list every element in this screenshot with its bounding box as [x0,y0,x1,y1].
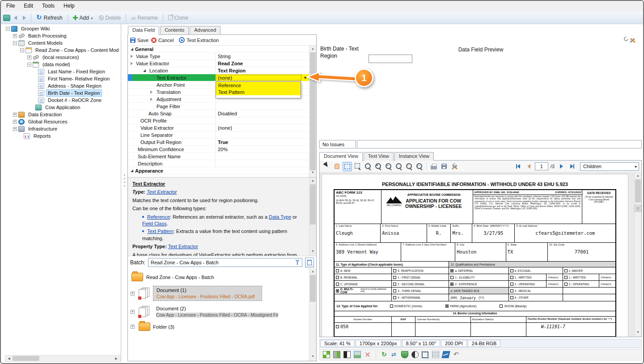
collapse-icon[interactable] [131,48,133,51]
batch-root[interactable]: Read Zone - Cow Apps - Batch [131,273,309,281]
property-value[interactable] [216,117,309,124]
expander[interactable] [27,55,31,59]
property-value[interactable] [216,131,309,138]
delete-page-icon[interactable] [364,351,371,358]
scrollbar-thumb[interactable] [310,184,316,224]
scroll-left-icon[interactable] [5,356,13,361]
pan-tool-icon[interactable] [332,162,342,171]
property-name[interactable]: Auto Snap [128,110,216,117]
property-name[interactable]: Value Extractor [128,124,216,131]
tree-item-first-name[interactable]: First Name- Relative Region [46,75,111,82]
clone-button[interactable]: Clone [166,14,191,22]
scroll-up-icon[interactable] [635,173,641,179]
tree-item-birth-date[interactable]: Birth Date - Text Region [46,89,102,97]
expand-icon[interactable] [150,97,153,101]
batch-filter-icon[interactable] [295,260,300,265]
tab-document-view[interactable]: Document View [319,152,363,161]
image-icon[interactable] [354,351,361,358]
scroll-down-icon[interactable] [635,330,641,337]
expander[interactable] [13,127,17,131]
section-appearance[interactable]: Appearance [128,167,309,174]
tab-instance-view[interactable]: Instance View [394,152,434,161]
field-class-link[interactable]: Field Class [142,221,166,226]
expander[interactable] [27,63,31,67]
scrollbar-grip[interactable] [635,205,641,212]
dropdown-item-reference[interactable]: Reference [216,82,301,89]
batch-folder-3[interactable]: Folder (3) [131,322,309,331]
type-link[interactable]: Text Extractor [147,189,177,195]
tree-item-local-resources[interactable]: (local resources) [41,54,80,61]
property-name[interactable]: OCR Profile [128,117,216,124]
scroll-up-icon[interactable] [309,46,316,52]
fit-page-icon[interactable] [363,162,373,171]
menu-tools[interactable]: Tools [38,1,59,12]
tree-item-address[interactable]: Address - Shape Region [46,82,103,89]
scrollbar-thumb[interactable] [635,179,641,203]
scroll-down-icon[interactable] [309,250,316,256]
select-tool-icon[interactable] [322,162,331,171]
property-value[interactable]: True [216,139,309,145]
save-image-icon[interactable] [439,162,449,171]
zoom-in-icon[interactable]: + [373,162,383,171]
nav-forward-button[interactable] [21,15,28,21]
property-name[interactable]: Location [128,67,216,74]
property-name[interactable]: Anchor Point [128,81,216,88]
add-button[interactable]: Add [71,14,95,22]
tree-item-cow-application[interactable]: Cow Application [43,104,82,111]
section-general[interactable]: General [128,46,309,53]
test-extraction-button[interactable]: Test Extraction [179,37,219,43]
print-icon[interactable] [429,162,438,171]
next-page-icon[interactable] [557,162,566,171]
tree-item-global-resources[interactable]: Global Resources [26,118,69,125]
validate-icon[interactable] [401,351,408,358]
collapse-icon[interactable] [131,169,133,172]
tree-item-reports[interactable]: Reports [32,132,53,140]
property-type-link[interactable]: Text Extractor [168,244,198,249]
property-value[interactable]: String [216,53,309,59]
swap-pages-icon[interactable] [391,351,398,358]
property-value[interactable]: Disabled [216,110,309,117]
preview-settings-icon[interactable] [629,37,638,45]
tree-item-data-extraction[interactable]: Data Extraction [26,111,64,118]
batch-open-button[interactable] [305,258,314,267]
redact-icon[interactable] [441,351,450,358]
reference-link[interactable]: Reference [147,214,170,220]
property-name[interactable]: Line Separator [128,131,216,138]
contrast-icon[interactable] [411,351,419,358]
scroll-right-icon[interactable] [113,356,120,361]
property-name[interactable]: Value Type [128,53,216,59]
nav-back-button[interactable] [12,15,19,21]
batch-name-box[interactable]: Read Zone - Cow Apps - Batch [148,258,302,267]
crop-icon[interactable] [422,351,429,358]
text-pattern-link[interactable]: Text Pattern [147,229,174,234]
property-value[interactable]: Read Zone [216,60,309,67]
tree-item-read-zone-model[interactable]: Read Zone - Cow Apps - Content Mod [34,47,120,54]
splitter-handle[interactable] [123,174,126,186]
property-value[interactable] [216,103,309,110]
property-grid-scrollbar[interactable] [309,46,316,177]
text-lines-icon[interactable] [432,351,439,358]
binarize-icon[interactable] [343,351,351,358]
property-value[interactable]: (none) [216,74,309,81]
scroll-up-icon[interactable] [309,178,316,184]
batch-tree-scrollbar[interactable] [309,268,316,361]
tree-horizontal-scrollbar[interactable] [5,355,120,362]
help-scrollbar[interactable] [309,178,316,256]
property-name[interactable]: Sub-Element Name [128,153,216,160]
tree-item-last-name[interactable]: Last Name - Fixed Region [46,68,107,75]
expand-icon[interactable] [150,90,153,94]
expander[interactable] [13,120,17,124]
scrollbar-thumb[interactable] [310,275,316,302]
scroll-down-icon[interactable] [309,355,316,361]
tree-item-docket[interactable]: Docket # - ReOCR Zone [46,97,103,104]
tab-text-view[interactable]: Text View [364,152,394,161]
property-name[interactable]: Output Full Region [128,139,216,145]
delete-button[interactable]: Delete [97,14,123,22]
data-type-link[interactable]: Data Type [269,214,291,220]
children-combobox[interactable]: Children [580,162,639,171]
property-name[interactable]: Translation [128,89,216,95]
thumbnails-icon[interactable] [323,351,330,358]
rename-button[interactable]: Rename [129,14,160,22]
undo-icon[interactable] [453,351,460,358]
property-value[interactable]: Text Region [216,67,309,74]
